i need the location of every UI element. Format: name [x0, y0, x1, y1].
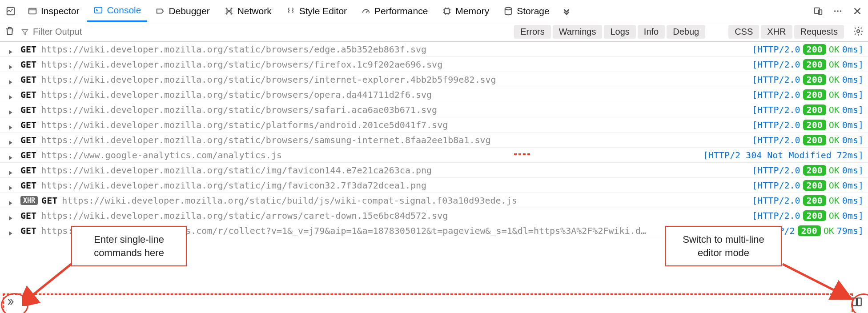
tab-memory[interactable]: Memory — [436, 0, 495, 22]
request-meta: [HTTP/2.0200OK0ms] — [752, 89, 864, 100]
console-log-row[interactable]: GEThttps://wiki.developer.mozilla.org/st… — [0, 117, 868, 132]
status-code: 200 — [803, 120, 826, 130]
status-code: 200 — [803, 104, 826, 115]
protocol: [HTTP/2.0 — [752, 165, 800, 176]
status-text: OK — [829, 104, 840, 115]
request-url: https://wiki.developer.mozilla.org/stati… — [41, 210, 448, 221]
meatball-menu-button[interactable] — [829, 2, 847, 20]
tab-debugger[interactable]: Debugger — [149, 0, 216, 22]
request-method: GET — [20, 135, 36, 145]
request-method: GET — [20, 120, 36, 130]
annotation-arrow-right — [778, 261, 858, 306]
tab-label: Inspector — [41, 6, 79, 16]
request-meta: [HTTP/2.0200OK0ms] — [752, 44, 864, 55]
protocol: [HTTP/2.0 — [752, 74, 800, 85]
status-code: 200 — [803, 210, 826, 221]
request-meta: [HTTP/2.0200OK0ms] — [752, 180, 864, 191]
request-method: GET — [20, 74, 36, 85]
console-input-row — [0, 292, 868, 313]
disclosure-triangle-icon[interactable] — [8, 107, 14, 113]
tab-label: Performance — [374, 6, 428, 16]
request-method: GET — [20, 104, 36, 115]
filter-input[interactable] — [33, 27, 507, 37]
tab-console[interactable]: Console — [87, 0, 147, 22]
protocol: [HTTP/2.0 — [752, 135, 800, 145]
console-log-row[interactable]: XHRGEThttps://wiki.developer.mozilla.org… — [0, 193, 868, 208]
tab-storage[interactable]: Storage — [497, 0, 556, 22]
filter-xhr[interactable]: XHR — [761, 25, 792, 39]
console-log-row[interactable]: GEThttps://wiki.developer.mozilla.org/st… — [0, 87, 868, 102]
protocol: [HTTP/2.0 — [752, 59, 800, 70]
disclosure-triangle-icon[interactable] — [8, 228, 14, 234]
category-filter-group: CSS XHR Requests — [727, 25, 844, 39]
iframe-picker-button[interactable] — [2, 2, 20, 20]
svg-rect-1 — [29, 8, 36, 14]
svg-point-9 — [840, 10, 842, 12]
annotation-circle-left — [1, 293, 28, 313]
console-log-row[interactable]: GEThttps://wiki.developer.mozilla.org/st… — [0, 163, 868, 178]
console-log-row[interactable]: GEThttps://wiki.developer.mozilla.org/st… — [0, 102, 868, 117]
filter-logs[interactable]: Logs — [604, 25, 635, 39]
status-text: OK — [824, 225, 834, 236]
filter-debug[interactable]: Debug — [667, 25, 705, 39]
disclosure-triangle-icon[interactable] — [8, 182, 14, 189]
disclosure-triangle-icon[interactable] — [8, 137, 14, 143]
console-log-row[interactable]: GEThttps://wiki.developer.mozilla.org/st… — [0, 42, 868, 57]
filter-css[interactable]: CSS — [728, 25, 759, 39]
filter-info[interactable]: Info — [638, 25, 665, 39]
request-method: GET — [20, 165, 36, 176]
response-time: 0ms] — [842, 180, 864, 191]
annotation-multi-line: Switch to multi-line editor mode — [665, 226, 782, 266]
disclosure-triangle-icon[interactable] — [8, 213, 14, 219]
disclosure-triangle-icon[interactable] — [8, 92, 14, 98]
tab-style-editor[interactable]: Style Editor — [280, 0, 353, 22]
svg-point-8 — [837, 10, 839, 12]
disclosure-triangle-icon[interactable] — [8, 46, 14, 52]
clear-console-button[interactable] — [4, 26, 15, 38]
request-method: GET — [20, 180, 36, 191]
console-log-row[interactable]: GEThttps://wiki.developer.mozilla.org/st… — [0, 208, 868, 223]
filter-requests[interactable]: Requests — [794, 25, 844, 39]
console-log-row[interactable]: GEThttps://www.google-analytics.com/anal… — [0, 148, 868, 163]
response-time: 79ms] — [837, 225, 864, 236]
console-log-row[interactable]: GEThttps://wiki.developer.mozilla.org/st… — [0, 57, 868, 72]
tab-network[interactable]: Network — [218, 0, 278, 22]
status-text: OK — [829, 180, 840, 191]
disclosure-triangle-icon[interactable] — [8, 61, 14, 68]
request-url: https://wiki.developer.mozilla.org/stati… — [41, 180, 426, 191]
protocol: [HTTP/2.0 — [752, 104, 800, 115]
disclosure-triangle-icon[interactable] — [8, 76, 14, 83]
status-text: OK — [829, 195, 840, 206]
status-code: 200 — [803, 89, 826, 100]
request-meta: [HTTP/2.0200OK0ms] — [752, 210, 864, 221]
annotation-single-line: Enter single-line commands here — [71, 226, 187, 266]
request-method: GET — [20, 225, 36, 236]
disclosure-triangle-icon[interactable] — [8, 122, 14, 128]
console-input[interactable] — [19, 297, 848, 308]
console-log-row[interactable]: GEThttps://wiki.developer.mozilla.org/st… — [0, 132, 868, 148]
request-meta: [HTTP/2.0200OK0ms] — [752, 195, 864, 206]
request-meta: [HTTP/2.0200OK0ms] — [752, 120, 864, 130]
console-settings-button[interactable] — [853, 26, 864, 38]
annotation-arrow-left — [22, 261, 76, 306]
status-code: 200 — [803, 44, 826, 55]
responsive-mode-button[interactable] — [809, 2, 827, 20]
request-url: https://wiki.developer.mozilla.org/stati… — [41, 74, 496, 85]
filter-errors[interactable]: Errors — [514, 25, 551, 39]
disclosure-triangle-icon[interactable] — [8, 152, 14, 158]
devtools-tabbar: Inspector Console Debugger Network Style… — [0, 0, 868, 22]
close-devtools-button[interactable] — [848, 2, 866, 20]
request-url: https://wiki.developer.mozilla.org/stati… — [41, 44, 426, 55]
request-method: GET — [20, 44, 36, 55]
response-time: 0ms] — [842, 44, 864, 55]
console-log-row[interactable]: GEThttps://wiki.developer.mozilla.org/st… — [0, 72, 868, 87]
tab-inspector[interactable]: Inspector — [21, 0, 85, 22]
disclosure-triangle-icon[interactable] — [8, 197, 14, 204]
request-url: https://wiki.developer.mozilla.org/stati… — [41, 135, 490, 145]
response-time: 0ms] — [842, 104, 864, 115]
filter-warnings[interactable]: Warnings — [553, 25, 603, 39]
console-log-row[interactable]: GEThttps://wiki.developer.mozilla.org/st… — [0, 178, 868, 193]
tab-performance[interactable]: Performance — [355, 0, 434, 22]
overflow-tabs-button[interactable] — [558, 2, 575, 20]
disclosure-triangle-icon[interactable] — [8, 167, 14, 173]
